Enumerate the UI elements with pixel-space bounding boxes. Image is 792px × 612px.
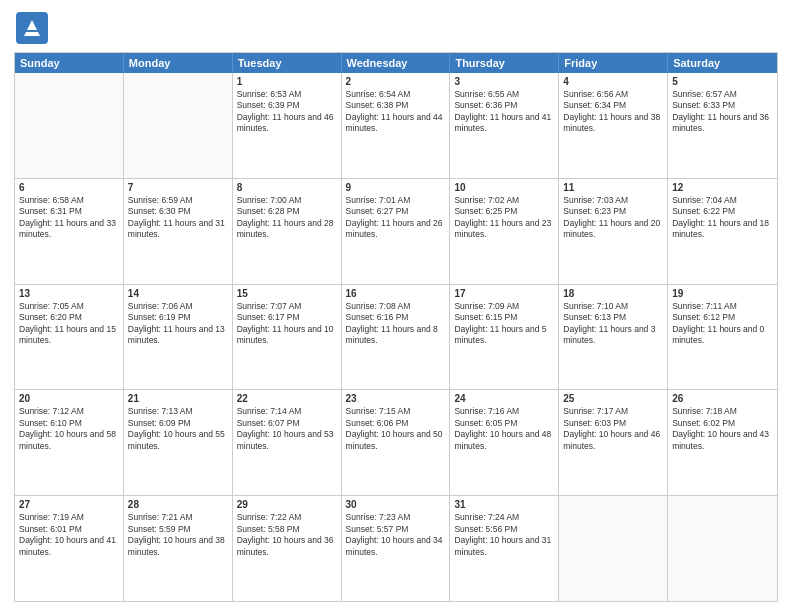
day-info: Sunrise: 7:24 AM Sunset: 5:56 PM Dayligh… [454, 512, 554, 558]
day-cell-7: 7Sunrise: 6:59 AM Sunset: 6:30 PM Daylig… [124, 179, 233, 284]
day-header-monday: Monday [124, 53, 233, 73]
day-cell-29: 29Sunrise: 7:22 AM Sunset: 5:58 PM Dayli… [233, 496, 342, 601]
day-number: 3 [454, 76, 554, 87]
day-info: Sunrise: 7:07 AM Sunset: 6:17 PM Dayligh… [237, 301, 337, 347]
day-cell-12: 12Sunrise: 7:04 AM Sunset: 6:22 PM Dayli… [668, 179, 777, 284]
day-cell-31: 31Sunrise: 7:24 AM Sunset: 5:56 PM Dayli… [450, 496, 559, 601]
day-cell-2: 2Sunrise: 6:54 AM Sunset: 6:38 PM Daylig… [342, 73, 451, 178]
day-cell-25: 25Sunrise: 7:17 AM Sunset: 6:03 PM Dayli… [559, 390, 668, 495]
day-cell-4: 4Sunrise: 6:56 AM Sunset: 6:34 PM Daylig… [559, 73, 668, 178]
day-cell-23: 23Sunrise: 7:15 AM Sunset: 6:06 PM Dayli… [342, 390, 451, 495]
day-info: Sunrise: 7:17 AM Sunset: 6:03 PM Dayligh… [563, 406, 663, 452]
day-cell-11: 11Sunrise: 7:03 AM Sunset: 6:23 PM Dayli… [559, 179, 668, 284]
day-number: 4 [563, 76, 663, 87]
page: SundayMondayTuesdayWednesdayThursdayFrid… [0, 0, 792, 612]
day-number: 17 [454, 288, 554, 299]
day-info: Sunrise: 7:03 AM Sunset: 6:23 PM Dayligh… [563, 195, 663, 241]
day-number: 7 [128, 182, 228, 193]
day-number: 13 [19, 288, 119, 299]
empty-cell-4-5 [559, 496, 668, 601]
day-info: Sunrise: 7:12 AM Sunset: 6:10 PM Dayligh… [19, 406, 119, 452]
day-number: 27 [19, 499, 119, 510]
day-number: 30 [346, 499, 446, 510]
empty-cell-0-0 [15, 73, 124, 178]
day-number: 25 [563, 393, 663, 404]
day-number: 2 [346, 76, 446, 87]
day-info: Sunrise: 7:04 AM Sunset: 6:22 PM Dayligh… [672, 195, 773, 241]
day-number: 8 [237, 182, 337, 193]
day-cell-26: 26Sunrise: 7:18 AM Sunset: 6:02 PM Dayli… [668, 390, 777, 495]
day-info: Sunrise: 7:22 AM Sunset: 5:58 PM Dayligh… [237, 512, 337, 558]
calendar-header: SundayMondayTuesdayWednesdayThursdayFrid… [15, 53, 777, 73]
day-cell-20: 20Sunrise: 7:12 AM Sunset: 6:10 PM Dayli… [15, 390, 124, 495]
day-cell-19: 19Sunrise: 7:11 AM Sunset: 6:12 PM Dayli… [668, 285, 777, 390]
empty-cell-0-1 [124, 73, 233, 178]
day-info: Sunrise: 7:01 AM Sunset: 6:27 PM Dayligh… [346, 195, 446, 241]
day-number: 12 [672, 182, 773, 193]
day-number: 9 [346, 182, 446, 193]
day-number: 20 [19, 393, 119, 404]
day-number: 14 [128, 288, 228, 299]
day-cell-22: 22Sunrise: 7:14 AM Sunset: 6:07 PM Dayli… [233, 390, 342, 495]
day-info: Sunrise: 7:08 AM Sunset: 6:16 PM Dayligh… [346, 301, 446, 347]
day-number: 5 [672, 76, 773, 87]
day-info: Sunrise: 6:55 AM Sunset: 6:36 PM Dayligh… [454, 89, 554, 135]
day-info: Sunrise: 7:11 AM Sunset: 6:12 PM Dayligh… [672, 301, 773, 347]
day-header-tuesday: Tuesday [233, 53, 342, 73]
day-cell-3: 3Sunrise: 6:55 AM Sunset: 6:36 PM Daylig… [450, 73, 559, 178]
day-info: Sunrise: 6:53 AM Sunset: 6:39 PM Dayligh… [237, 89, 337, 135]
day-header-thursday: Thursday [450, 53, 559, 73]
header [14, 10, 778, 46]
day-info: Sunrise: 7:19 AM Sunset: 6:01 PM Dayligh… [19, 512, 119, 558]
logo-icon [14, 10, 50, 46]
day-header-sunday: Sunday [15, 53, 124, 73]
day-info: Sunrise: 7:18 AM Sunset: 6:02 PM Dayligh… [672, 406, 773, 452]
day-number: 26 [672, 393, 773, 404]
calendar-body: 1Sunrise: 6:53 AM Sunset: 6:39 PM Daylig… [15, 73, 777, 601]
day-cell-6: 6Sunrise: 6:58 AM Sunset: 6:31 PM Daylig… [15, 179, 124, 284]
day-info: Sunrise: 7:13 AM Sunset: 6:09 PM Dayligh… [128, 406, 228, 452]
day-number: 19 [672, 288, 773, 299]
day-info: Sunrise: 7:23 AM Sunset: 5:57 PM Dayligh… [346, 512, 446, 558]
day-number: 10 [454, 182, 554, 193]
day-info: Sunrise: 7:14 AM Sunset: 6:07 PM Dayligh… [237, 406, 337, 452]
day-number: 1 [237, 76, 337, 87]
day-info: Sunrise: 7:00 AM Sunset: 6:28 PM Dayligh… [237, 195, 337, 241]
day-cell-17: 17Sunrise: 7:09 AM Sunset: 6:15 PM Dayli… [450, 285, 559, 390]
calendar-row-3: 20Sunrise: 7:12 AM Sunset: 6:10 PM Dayli… [15, 389, 777, 495]
day-info: Sunrise: 7:06 AM Sunset: 6:19 PM Dayligh… [128, 301, 228, 347]
day-cell-1: 1Sunrise: 6:53 AM Sunset: 6:39 PM Daylig… [233, 73, 342, 178]
day-number: 29 [237, 499, 337, 510]
day-info: Sunrise: 6:56 AM Sunset: 6:34 PM Dayligh… [563, 89, 663, 135]
day-cell-5: 5Sunrise: 6:57 AM Sunset: 6:33 PM Daylig… [668, 73, 777, 178]
day-number: 23 [346, 393, 446, 404]
day-number: 16 [346, 288, 446, 299]
day-number: 31 [454, 499, 554, 510]
day-number: 22 [237, 393, 337, 404]
day-info: Sunrise: 7:16 AM Sunset: 6:05 PM Dayligh… [454, 406, 554, 452]
day-cell-16: 16Sunrise: 7:08 AM Sunset: 6:16 PM Dayli… [342, 285, 451, 390]
day-info: Sunrise: 6:58 AM Sunset: 6:31 PM Dayligh… [19, 195, 119, 241]
day-header-wednesday: Wednesday [342, 53, 451, 73]
day-cell-21: 21Sunrise: 7:13 AM Sunset: 6:09 PM Dayli… [124, 390, 233, 495]
day-info: Sunrise: 7:21 AM Sunset: 5:59 PM Dayligh… [128, 512, 228, 558]
calendar-row-1: 6Sunrise: 6:58 AM Sunset: 6:31 PM Daylig… [15, 178, 777, 284]
calendar-row-4: 27Sunrise: 7:19 AM Sunset: 6:01 PM Dayli… [15, 495, 777, 601]
day-info: Sunrise: 7:05 AM Sunset: 6:20 PM Dayligh… [19, 301, 119, 347]
day-number: 24 [454, 393, 554, 404]
day-number: 28 [128, 499, 228, 510]
day-header-saturday: Saturday [668, 53, 777, 73]
day-number: 11 [563, 182, 663, 193]
calendar-row-0: 1Sunrise: 6:53 AM Sunset: 6:39 PM Daylig… [15, 73, 777, 178]
day-cell-9: 9Sunrise: 7:01 AM Sunset: 6:27 PM Daylig… [342, 179, 451, 284]
day-info: Sunrise: 7:15 AM Sunset: 6:06 PM Dayligh… [346, 406, 446, 452]
day-info: Sunrise: 7:09 AM Sunset: 6:15 PM Dayligh… [454, 301, 554, 347]
day-number: 18 [563, 288, 663, 299]
day-header-friday: Friday [559, 53, 668, 73]
logo [14, 10, 52, 46]
calendar-row-2: 13Sunrise: 7:05 AM Sunset: 6:20 PM Dayli… [15, 284, 777, 390]
day-cell-13: 13Sunrise: 7:05 AM Sunset: 6:20 PM Dayli… [15, 285, 124, 390]
svg-rect-2 [24, 30, 40, 32]
day-cell-10: 10Sunrise: 7:02 AM Sunset: 6:25 PM Dayli… [450, 179, 559, 284]
day-cell-8: 8Sunrise: 7:00 AM Sunset: 6:28 PM Daylig… [233, 179, 342, 284]
